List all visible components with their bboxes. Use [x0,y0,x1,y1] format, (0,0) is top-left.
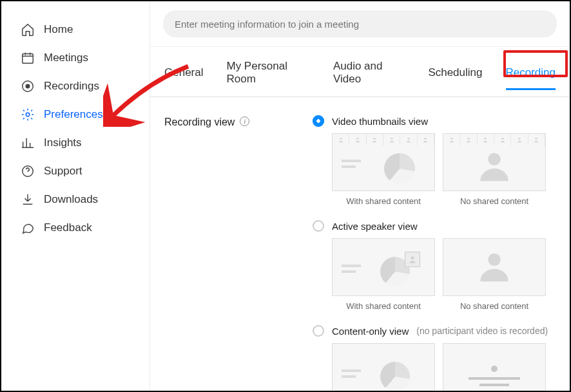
option-radio-row[interactable]: Active speaker view [313,220,556,232]
search-input[interactable]: Enter meeting information to join a meet… [163,10,557,37]
sidebar-item-recordings[interactable]: Recordings [21,72,150,100]
svg-point-6 [356,138,358,140]
svg-point-17 [488,153,500,165]
svg-rect-0 [23,54,34,64]
speaker-badge-icon [405,252,420,267]
sidebar-item-meetings[interactable]: Meetings [21,44,150,72]
download-icon [21,192,35,207]
chart-icon [21,136,35,150]
tab-scheduling[interactable]: Scheduling [428,66,482,90]
svg-point-19 [488,254,500,266]
section-label: Recording view i [164,115,313,373]
search-placeholder: Enter meeting information to join a meet… [175,19,359,30]
option-video-thumbnails: Video thumbnails view [313,115,556,206]
tab-personal-room[interactable]: My Personal Room [226,60,309,97]
preview-speaker-noshared [443,238,546,296]
sidebar-item-home[interactable]: Home [21,15,150,44]
svg-point-18 [411,256,414,259]
radio-icon [313,325,324,337]
svg-point-10 [425,138,427,140]
svg-point-14 [501,138,503,140]
option-active-speaker: Active speaker view With shared content [313,220,556,311]
preview-caption: With shared content [332,296,435,311]
option-content-only: Content-only view (no participant video … [313,325,556,391]
preview-caption: With shared content [332,191,435,206]
text-lines-icon [342,160,361,171]
svg-point-9 [407,138,409,140]
svg-point-5 [340,138,342,140]
svg-point-13 [485,138,487,140]
person-icon [476,147,513,187]
record-icon [21,79,35,93]
calendar-icon [21,51,35,65]
svg-point-12 [467,138,469,140]
preview-thumbnails-shared [332,133,435,191]
content: Recording view i Video thumbnails view [150,97,570,391]
thumbnail-strip-icon [333,134,434,145]
option-label: Video thumbnails view [332,116,428,127]
pie-icon [384,153,415,184]
sidebar-item-preferences[interactable]: Preferences [21,100,150,129]
gear-icon [21,107,35,122]
sidebar-item-label: Home [44,23,73,36]
radio-icon [313,220,324,232]
info-icon[interactable]: i [240,117,249,126]
preview-speaker-shared [332,238,435,296]
pie-icon [380,362,410,391]
annotation-highlight-box [503,50,568,77]
preview-card: With shared content [332,133,435,206]
preview-contentonly-noshared [443,343,546,391]
tab-audio-video[interactable]: Audio and Video [333,60,405,97]
svg-point-2 [26,84,30,88]
person-icon [476,247,513,287]
preview-caption: No shared content [443,191,546,206]
preview-card: No shared content [443,343,546,391]
sidebar-item-label: Recordings [44,80,99,93]
svg-point-3 [26,113,30,117]
preview-card: No shared content [443,238,546,311]
sidebar-item-insights[interactable]: Insights [21,129,150,157]
tab-general[interactable]: General [164,66,203,90]
sidebar-item-label: Meetings [44,51,88,64]
text-lines-icon [342,265,361,276]
preview-caption: No shared content [443,296,546,311]
option-radio-row[interactable]: Content-only view (no participant video … [313,325,556,337]
options: Video thumbnails view [313,115,556,373]
option-label: Content-only view [332,326,409,337]
svg-point-11 [450,138,452,140]
preview-card: No shared content [443,133,546,206]
sidebar-item-label: Downloads [44,193,98,206]
svg-point-7 [374,138,376,140]
thumbnail-strip-icon [443,134,545,145]
sidebar-item-label: Insights [44,136,82,149]
preview-thumbnails-noshared [443,133,546,191]
sidebar-item-label: Feedback [44,221,92,234]
sidebar-item-label: Preferences [44,108,103,121]
option-label: Active speaker view [332,221,418,232]
option-note: (no participant video is recorded) [416,326,548,336]
sidebar-item-label: Support [44,165,82,178]
radio-icon [313,115,324,127]
sidebar-item-feedback[interactable]: Feedback [21,214,150,242]
sidebar-item-support[interactable]: Support [21,157,150,185]
option-radio-row[interactable]: Video thumbnails view [313,115,556,127]
text-lines-icon [342,369,361,381]
sidebar-item-downloads[interactable]: Downloads [21,185,150,214]
home-icon [21,23,35,37]
dot-icon [491,366,498,372]
preview-card: With shared content [332,238,435,311]
svg-point-8 [391,138,392,140]
preview-contentonly-shared [332,343,435,391]
preview-card: With shared content [332,343,435,391]
help-icon [21,164,35,178]
sidebar: Home Meetings Recordings Preferences Ins… [1,1,150,391]
lines-icon [469,377,520,380]
svg-point-15 [518,138,520,140]
chat-icon [21,221,35,235]
svg-point-16 [536,138,537,140]
